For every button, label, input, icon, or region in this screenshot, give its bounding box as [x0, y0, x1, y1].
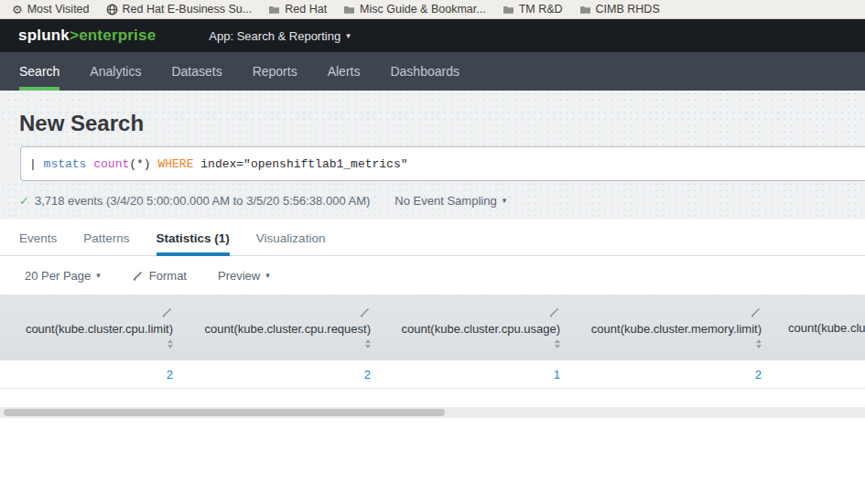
sort-icon[interactable] [756, 339, 762, 349]
bookmark-label: Most Visited [27, 3, 90, 16]
result-tabs: Events Patterns Statistics (1) Visualiza… [0, 220, 865, 256]
nav-item-dashboards[interactable]: Dashboards [390, 52, 460, 91]
pencil-icon[interactable] [359, 306, 371, 318]
format-label: Format [149, 269, 187, 283]
splunk-header: splunk>enterprise App: Search & Reportin… [0, 19, 865, 52]
nav-item-reports[interactable]: Reports [253, 52, 297, 91]
per-page-dropdown[interactable]: 20 Per Page ▾ [25, 269, 101, 283]
bookmark-folder-cimb-rhds[interactable]: CIMB RHDS [579, 3, 660, 16]
events-summary: ✓ 3,718 events (3/4/20 5:00:00.000 AM to… [19, 194, 370, 208]
pencil-icon[interactable] [750, 306, 762, 318]
tab-label: Events [19, 231, 57, 245]
sort-icon[interactable] [365, 339, 371, 349]
horizontal-scrollbar[interactable] [0, 407, 865, 418]
bookmark-most-visited[interactable]: ⚙ Most Visited [12, 3, 90, 16]
checkmark-icon: ✓ [19, 194, 29, 208]
pencil-icon[interactable] [548, 306, 560, 318]
pencil-icon [132, 270, 144, 282]
spl-query: | mstats count(*) WHERE index="openshift… [29, 157, 408, 171]
bookmark-label: Red Hat E-Business Su... [123, 3, 253, 16]
tab-patterns[interactable]: Patterns [83, 220, 129, 256]
page-root: ⚙ Most Visited Red Hat E-Business Su... … [0, 0, 865, 504]
tab-events[interactable]: Events [19, 220, 57, 256]
results-toolbar: 20 Per Page ▾ Format Preview ▾ [0, 256, 865, 295]
nav-item-analytics[interactable]: Analytics [90, 52, 141, 91]
spl-token: index="openshiftlab1_metrics" [193, 157, 407, 171]
nav-label: Alerts [328, 64, 361, 79]
table-row: 2 2 1 2 [0, 360, 865, 389]
nav-label: Datasets [171, 64, 222, 79]
table-cell: 2 [0, 360, 180, 388]
results-table: count(kube.cluster.cpu.limit) count(kube… [0, 295, 865, 389]
table-cell: 2 [568, 360, 769, 388]
table-cell: 2 [180, 360, 378, 388]
spl-token-keyword: WHERE [157, 157, 193, 171]
column-header-memory-limit[interactable]: count(kube.cluster.memory.limit) [568, 295, 769, 360]
events-summary-row: ✓ 3,718 events (3/4/20 5:00:00.000 AM to… [0, 181, 865, 220]
spl-token: (*) [129, 157, 157, 171]
preview-dropdown[interactable]: Preview ▾ [218, 269, 270, 283]
folder-icon [579, 4, 591, 16]
column-header-cpu-request[interactable]: count(kube.cluster.cpu.request) [180, 295, 378, 360]
column-label: count(kube.cluster.cpu.limit) [26, 322, 173, 336]
nav-label: Reports [253, 64, 297, 79]
cell-value-link[interactable]: 2 [755, 368, 762, 381]
tab-label: Patterns [83, 231, 129, 245]
bookmark-label: TM R&D [519, 3, 563, 16]
column-label: count(kube.cluster.cpu.request) [205, 322, 371, 336]
globe-icon [106, 4, 118, 16]
tab-label: Visualization [256, 231, 326, 245]
tab-visualization[interactable]: Visualization [256, 220, 326, 256]
search-bar-wrap: | mstats count(*) WHERE index="openshift… [0, 146, 865, 181]
title-section: New Search [0, 91, 865, 146]
table-cell [769, 360, 865, 388]
chevron-down-icon: ▾ [346, 32, 351, 40]
bookmark-redhat-ebusiness[interactable]: Red Hat E-Business Su... [106, 3, 253, 16]
table-bottom-gap [0, 389, 865, 407]
folder-icon [268, 4, 280, 16]
tab-statistics[interactable]: Statistics (1) [157, 220, 230, 256]
nav-label: Analytics [90, 64, 141, 79]
preview-label: Preview [218, 269, 260, 283]
bookmark-folder-misc-guide[interactable]: Misc Guide & Bookmar... [343, 3, 486, 16]
events-summary-text: 3,718 events (3/4/20 5:00:00.000 AM to 3… [35, 194, 370, 208]
column-header-cpu-usage[interactable]: count(kube.cluster.cpu.usage) [378, 295, 568, 360]
column-label: count(kube.clu [788, 321, 865, 335]
page-title: New Search [19, 111, 865, 136]
scrollbar-thumb[interactable] [4, 409, 445, 416]
main-navbar: Search Analytics Datasets Reports Alerts… [0, 52, 865, 91]
sort-icon[interactable] [555, 339, 560, 349]
table-header-row: count(kube.cluster.cpu.limit) count(kube… [0, 295, 865, 360]
pencil-icon[interactable] [161, 306, 173, 318]
nav-item-search[interactable]: Search [19, 52, 59, 91]
chevron-down-icon: ▾ [503, 197, 507, 205]
search-query-input[interactable]: | mstats count(*) WHERE index="openshift… [20, 146, 865, 181]
format-button[interactable]: Format [132, 269, 187, 283]
tab-label: Statistics (1) [157, 231, 230, 245]
event-sampling-label: No Event Sampling [395, 194, 496, 208]
splunk-logo[interactable]: splunk>enterprise [18, 27, 156, 45]
spl-token-command: mstats [44, 157, 87, 171]
cell-value-link[interactable]: 2 [167, 368, 173, 381]
bookmark-label: Misc Guide & Bookmar... [360, 3, 486, 16]
column-header-clipped[interactable]: count(kube.clu [769, 295, 865, 360]
bookmark-label: CIMB RHDS [596, 3, 660, 16]
spl-token: | [29, 157, 44, 171]
folder-icon [503, 4, 514, 16]
table-cell: 1 [378, 360, 568, 388]
bookmark-folder-tm-rd[interactable]: TM R&D [503, 3, 563, 16]
cell-value-link[interactable]: 2 [364, 368, 371, 381]
bookmark-folder-redhat[interactable]: Red Hat [268, 3, 327, 16]
event-sampling-menu[interactable]: No Event Sampling ▾ [395, 194, 506, 208]
app-selector-menu[interactable]: App: Search & Reporting ▾ [209, 29, 350, 43]
column-label: count(kube.cluster.cpu.usage) [402, 322, 560, 336]
logo-suffix: >enterprise [70, 27, 156, 44]
chevron-down-icon: ▾ [96, 272, 101, 280]
gear-icon: ⚙ [12, 4, 23, 16]
column-header-cpu-limit[interactable]: count(kube.cluster.cpu.limit) [0, 295, 180, 360]
nav-item-datasets[interactable]: Datasets [171, 52, 222, 91]
sort-icon[interactable] [168, 339, 173, 349]
cell-value-link[interactable]: 1 [554, 368, 560, 381]
app-selector-label: App: Search & Reporting [209, 29, 341, 43]
nav-item-alerts[interactable]: Alerts [328, 52, 361, 91]
